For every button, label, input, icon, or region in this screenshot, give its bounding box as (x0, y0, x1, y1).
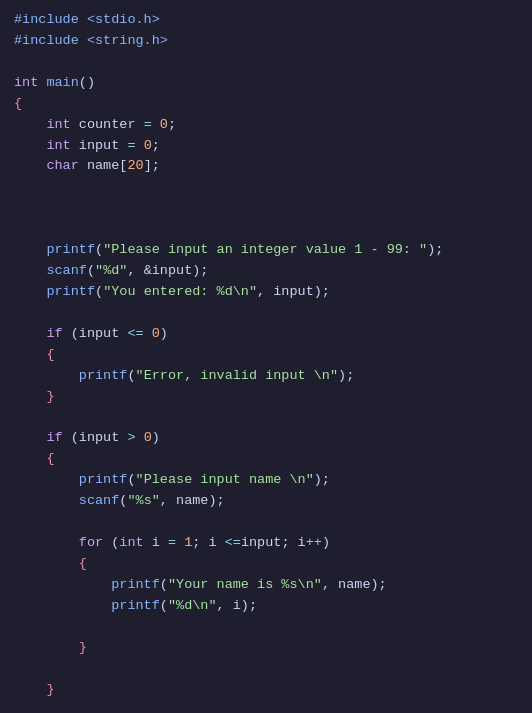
code-line-26: for (int i = 1; i <=input; i++) (10, 533, 532, 554)
code-line-20 (10, 408, 532, 429)
code-line-13: scanf("%d", &input); (10, 261, 532, 282)
code-line-30 (10, 617, 532, 638)
code-line-8: char name[20]; (10, 156, 532, 177)
code-line-24: scanf("%s", name); (10, 491, 532, 512)
code-line-34 (10, 700, 532, 713)
code-line-27: { (10, 554, 532, 575)
code-line-23: printf("Please input name \n"); (10, 470, 532, 491)
code-line-17: { (10, 345, 532, 366)
code-line-7: int input = 0; (10, 136, 532, 157)
code-line-19: } (10, 387, 532, 408)
code-line-31: } (10, 638, 532, 659)
code-line-16: if (input <= 0) (10, 324, 532, 345)
code-line-25 (10, 512, 532, 533)
code-line-21: if (input > 0) (10, 428, 532, 449)
code-line-2: #include <string.h> (10, 31, 532, 52)
code-line-5: { (10, 94, 532, 115)
code-line-33: } (10, 680, 532, 701)
code-line-10 (10, 198, 532, 219)
code-line-11 (10, 219, 532, 240)
code-line-6: int counter = 0; (10, 115, 532, 136)
code-editor: #include <stdio.h> #include <string.h> i… (0, 0, 532, 713)
code-line-29: printf("%d\n", i); (10, 596, 532, 617)
code-line-28: printf("Your name is %s\n", name); (10, 575, 532, 596)
code-line-15 (10, 303, 532, 324)
code-line-9 (10, 177, 532, 198)
code-line-32 (10, 659, 532, 680)
code-line-14: printf("You entered: %d\n", input); (10, 282, 532, 303)
code-line-3 (10, 52, 532, 73)
code-line-4: int main() (10, 73, 532, 94)
code-line-22: { (10, 449, 532, 470)
code-line-12: printf("Please input an integer value 1 … (10, 240, 532, 261)
code-line-1: #include <stdio.h> (10, 10, 532, 31)
code-line-18: printf("Error, invalid input \n"); (10, 366, 532, 387)
